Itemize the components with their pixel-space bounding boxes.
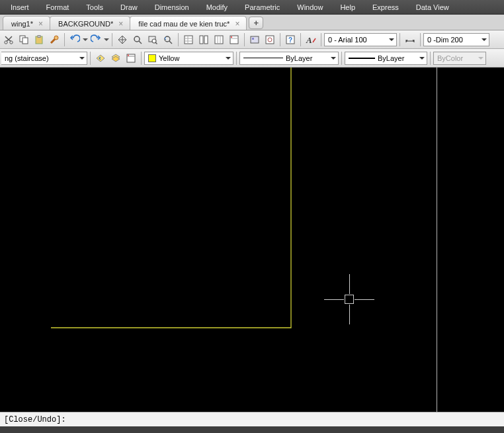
menu-format[interactable]: Format	[38, 1, 77, 13]
svg-text:A: A	[306, 35, 312, 45]
menu-dataview[interactable]: Data View	[408, 1, 457, 13]
menu-parametric[interactable]: Parametric	[237, 1, 288, 13]
layer-isolate-icon[interactable]	[124, 51, 138, 66]
menu-express[interactable]: Express	[364, 1, 407, 13]
polyline-shape	[0, 68, 504, 412]
close-icon[interactable]: ×	[118, 20, 123, 28]
separator	[280, 33, 280, 46]
redo-icon[interactable]	[89, 32, 103, 47]
textstyle-dropdown[interactable]: 0 - Arial 100	[324, 33, 397, 46]
markup-icon[interactable]	[263, 32, 277, 47]
menu-window[interactable]: Window	[289, 1, 331, 13]
layer-previous-icon[interactable]	[93, 51, 108, 66]
match-properties-icon[interactable]	[47, 32, 62, 47]
drawing-canvas[interactable]	[0, 68, 504, 412]
svg-rect-11	[185, 36, 192, 44]
svg-text:?: ?	[288, 36, 292, 44]
menu-tools[interactable]: Tools	[78, 1, 111, 13]
layer-states-icon[interactable]	[108, 51, 123, 66]
paste-icon[interactable]	[32, 32, 46, 47]
separator	[141, 52, 142, 65]
menu-draw[interactable]: Draw	[112, 1, 146, 13]
layer-dropdown[interactable]: ng (staircase)	[1, 52, 87, 65]
chevron-down-icon	[331, 57, 336, 60]
linetype-dropdown[interactable]: ByLayer	[239, 52, 339, 65]
svg-rect-12	[200, 36, 203, 44]
plotstyle-value: ByColor	[437, 54, 463, 62]
layer-value: ng (staircase)	[5, 54, 49, 62]
chevron-down-icon	[226, 57, 231, 60]
lineweight-dropdown[interactable]: ByLayer	[345, 52, 427, 65]
svg-rect-5	[38, 35, 40, 37]
menu-bar: Insert Format Tools Draw Dimension Modif…	[0, 0, 504, 15]
textstyle-icon[interactable]: A	[304, 32, 318, 47]
dimstyle-value: 0 -Dim 200	[427, 36, 463, 44]
copy-icon[interactable]	[17, 32, 31, 47]
svg-rect-3	[22, 38, 28, 44]
undo-icon[interactable]	[67, 32, 82, 47]
command-line[interactable]: [Close/Undo]:	[0, 412, 504, 426]
svg-rect-17	[251, 36, 259, 43]
close-icon[interactable]: ×	[38, 20, 43, 28]
chevron-down-icon	[419, 57, 425, 60]
tab-document-2[interactable]: BACKGROUND* ×	[50, 16, 130, 30]
dimstyle-icon[interactable]	[403, 32, 417, 47]
separator	[236, 52, 237, 65]
properties-icon[interactable]	[181, 32, 196, 47]
svg-rect-25	[128, 54, 129, 56]
chevron-down-icon	[79, 57, 85, 60]
separator	[300, 33, 301, 46]
menu-dimension[interactable]: Dimension	[147, 1, 197, 13]
separator	[430, 52, 431, 65]
separator	[64, 33, 65, 46]
svg-rect-18	[252, 38, 254, 40]
tab-document-3[interactable]: file cad mau de ve kien truc* ×	[130, 16, 247, 30]
menu-insert[interactable]: Insert	[3, 1, 37, 13]
sheet-set-icon[interactable]	[196, 32, 211, 47]
plotstyle-dropdown[interactable]: ByColor	[433, 52, 486, 65]
pan-icon[interactable]	[115, 32, 130, 47]
separator	[90, 52, 91, 65]
svg-rect-19	[266, 36, 274, 44]
separator	[112, 33, 112, 46]
cut-icon[interactable]	[1, 32, 16, 47]
chevron-down-icon	[478, 57, 483, 60]
tab-label: wing1*	[11, 20, 33, 28]
new-tab-button[interactable]: +	[249, 17, 263, 29]
color-value: Yellow	[159, 54, 179, 62]
zoom-window-icon[interactable]	[146, 32, 160, 47]
zoom-previous-icon[interactable]	[161, 32, 175, 47]
separator	[420, 33, 421, 46]
svg-rect-13	[204, 36, 208, 44]
menu-help[interactable]: Help	[332, 1, 363, 13]
close-icon[interactable]: ×	[235, 20, 239, 28]
help-icon[interactable]: ?	[283, 32, 298, 47]
linetype-value: ByLayer	[286, 54, 312, 62]
dimstyle-dropdown[interactable]: 0 -Dim 200	[423, 33, 489, 46]
color-dropdown[interactable]: Yellow	[144, 52, 233, 65]
document-tab-bar: wing1* × BACKGROUND* × file cad mau de v…	[0, 15, 504, 30]
tool-palettes-icon[interactable]	[212, 32, 226, 47]
svg-point-7	[134, 36, 140, 42]
separator	[178, 33, 179, 46]
menu-modify[interactable]: Modify	[198, 1, 235, 13]
tab-label: file cad mau de ve kien truc*	[138, 20, 230, 28]
tab-document-1[interactable]: wing1* ×	[3, 16, 50, 30]
design-center-icon[interactable]	[247, 32, 262, 47]
separator	[244, 33, 245, 46]
svg-point-6	[54, 36, 58, 40]
color-swatch	[148, 54, 156, 62]
textstyle-value: 0 - Arial 100	[328, 36, 367, 44]
svg-rect-16	[231, 36, 232, 38]
lineweight-preview	[349, 58, 375, 59]
linetype-preview	[243, 58, 283, 58]
separator	[399, 33, 400, 46]
layer-manager-icon[interactable]	[227, 32, 241, 47]
lineweight-value: ByLayer	[378, 54, 404, 62]
toolbar-layers: ng (staircase) Yellow ByLayer ByLayer By…	[0, 49, 504, 68]
zoom-realtime-icon[interactable]	[130, 32, 145, 47]
separator	[341, 52, 342, 65]
command-prompt: [Close/Undo]:	[4, 415, 66, 424]
chevron-down-icon	[482, 38, 487, 41]
svg-rect-14	[215, 36, 223, 44]
